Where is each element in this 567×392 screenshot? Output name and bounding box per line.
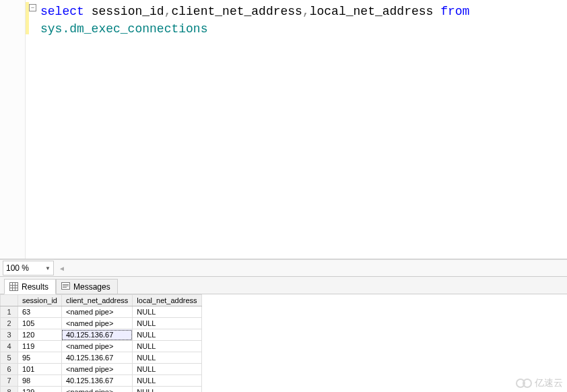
cell[interactable]: NULL [133,364,201,375]
cell[interactable]: <named pipe> [61,341,132,352]
code-token: sys.dm_exec_connections [40,22,207,36]
fold-toggle-icon[interactable]: − [29,4,36,11]
watermark-text: 亿速云 [535,377,563,389]
column-header[interactable]: session_id [18,295,62,306]
cell[interactable]: 101 [18,364,62,375]
cell[interactable]: <named pipe> [61,364,132,375]
tab-results-label: Results [22,282,48,292]
row-number[interactable]: 1 [1,306,18,318]
code-token: , [164,5,172,18]
svg-rect-0 [9,283,18,291]
cell[interactable]: NULL [133,329,201,341]
cell[interactable]: 40.125.136.67 [61,375,132,387]
table-row[interactable]: 312040.125.136.67NULL [1,329,202,341]
fold-symbol: − [31,5,34,11]
row-number[interactable]: 3 [1,329,18,341]
grid-icon [9,282,18,292]
messages-icon [61,282,70,292]
cell[interactable]: 98 [18,375,62,387]
cell[interactable]: NULL [133,306,201,318]
watermark-logo-icon [519,379,532,388]
zoom-value: 100 % [6,263,29,273]
cell[interactable]: 95 [18,352,62,364]
watermark: 亿速云 [519,377,563,389]
cell[interactable]: 63 [18,306,62,318]
zoom-dropdown[interactable]: 100 % ▼ [3,261,54,275]
table-row[interactable]: 6101<named pipe>NULL [1,364,202,375]
table-row[interactable]: 8129<named pipe>NULL [1,387,202,393]
tab-results[interactable]: Results [4,279,56,294]
row-number[interactable]: 8 [1,387,18,393]
cell[interactable]: 129 [18,387,62,393]
cell[interactable]: NULL [133,375,201,387]
code-text[interactable]: select session_id,client_net_address,loc… [26,0,567,259]
editor-gutter [0,0,26,259]
cell[interactable]: <named pipe> [61,387,132,393]
code-token: select [40,5,84,18]
column-header[interactable]: client_net_address [61,295,132,306]
row-number[interactable]: 7 [1,375,18,387]
code-token: client_net_address [171,5,302,18]
results-tab-bar: Results Messages [0,277,567,294]
tab-messages[interactable]: Messages [56,279,118,294]
row-number[interactable]: 5 [1,352,18,364]
cell[interactable]: NULL [133,318,201,329]
row-number[interactable]: 6 [1,364,18,375]
code-token: from [440,5,469,18]
cell[interactable]: 105 [18,318,62,329]
zoom-toolbar: 100 % ▼ ◄ [0,259,567,277]
cell[interactable]: NULL [133,341,201,352]
code-token: , [302,5,310,18]
row-number[interactable]: 2 [1,318,18,329]
grid-corner[interactable] [1,295,18,306]
code-token: local_net_address [310,5,434,18]
cell[interactable]: <named pipe> [61,306,132,318]
cell[interactable]: NULL [133,387,201,393]
cell[interactable]: <named pipe> [61,318,132,329]
tab-messages-label: Messages [73,282,110,292]
table-row[interactable]: 59540.125.136.67NULL [1,352,202,364]
chevron-down-icon: ▼ [45,265,51,271]
results-grid[interactable]: session_idclient_net_addresslocal_net_ad… [0,294,202,392]
table-row[interactable]: 163<named pipe>NULL [1,306,202,318]
table-row[interactable]: 79840.125.136.67NULL [1,375,202,387]
cell[interactable]: NULL [133,352,201,364]
cell[interactable]: 40.125.136.67 [61,329,132,341]
code-token [433,5,440,18]
scroll-left-icon[interactable]: ◄ [57,262,67,274]
column-header[interactable]: local_net_address [133,295,201,306]
cell[interactable]: 120 [18,329,62,341]
cell[interactable]: 119 [18,341,62,352]
code-token: session_id [92,5,164,18]
cell[interactable]: 40.125.136.67 [61,352,132,364]
table-row[interactable]: 4119<named pipe>NULL [1,341,202,352]
code-token [84,5,92,18]
sql-editor[interactable]: − select session_id,client_net_address,l… [0,0,567,259]
row-number[interactable]: 4 [1,341,18,352]
table-row[interactable]: 2105<named pipe>NULL [1,318,202,329]
